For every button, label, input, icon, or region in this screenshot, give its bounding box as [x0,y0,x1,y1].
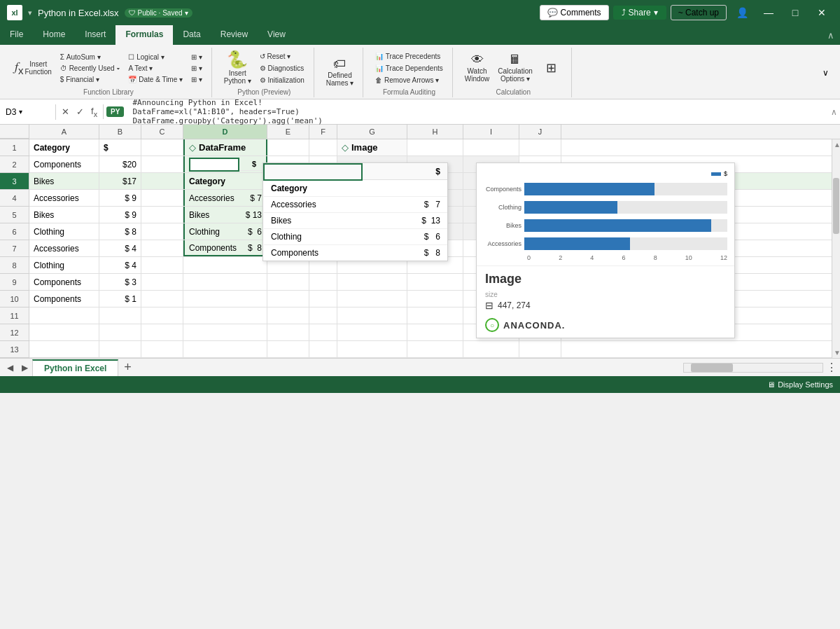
cell-h10[interactable] [407,291,463,307]
more-functions-btn1[interactable]: ⊞ ▾ [188,52,206,62]
cell-a7[interactable]: Accessories [29,240,99,256]
tab-review[interactable]: Review [211,25,258,45]
cell-b10[interactable]: $ 1 [99,291,141,307]
col-header-i[interactable]: I [463,125,519,139]
scroll-up-button[interactable]: ▲ [832,139,840,150]
tab-file[interactable]: File [0,25,33,45]
h-scroll-thumb[interactable] [691,364,733,372]
sheet-tab-python[interactable]: Python in Excel [32,359,118,376]
cell-b9[interactable]: $ 3 [99,274,141,290]
tab-view[interactable]: View [258,25,295,45]
calculation-options-button[interactable]: 🖩 CalculationOptions ▾ [494,51,536,85]
cell-c7[interactable] [141,240,183,256]
insert-python-button[interactable]: 🐍 InsertPython ▾ [220,49,255,87]
cell-g10[interactable] [337,291,407,307]
cell-c2[interactable] [141,156,183,172]
tab-data[interactable]: Data [173,25,210,45]
tab-home[interactable]: Home [33,25,75,45]
cell-d6[interactable]: Clothing $ 6 [183,223,267,240]
col-header-c[interactable]: C [141,125,183,139]
cell-b2[interactable]: $20 [99,156,141,172]
cell-b5[interactable]: $ 9 [99,207,141,223]
row-num-8[interactable]: 8 [0,257,29,274]
next-sheet-button[interactable]: ▶ [18,361,32,374]
row-num-12[interactable]: 12 [0,324,29,341]
cell-g1[interactable]: ◇ Image [337,139,407,155]
logical-button[interactable]: ☐ Logical ▾ [125,52,186,62]
cell-d7[interactable]: Components $ 8 [183,240,267,256]
df-active-cell[interactable] [190,158,239,171]
row-num-4[interactable]: 4 [0,190,29,207]
display-settings[interactable]: 🖥 Display Settings [767,380,833,389]
financial-button[interactable]: $ Financial ▾ [57,74,124,85]
cell-a3[interactable]: Bikes [29,173,99,189]
formula-insert-function-button[interactable]: fx [88,104,100,120]
cell-c9[interactable] [141,274,183,290]
cell-b7[interactable]: $ 4 [99,240,141,256]
cell-d3[interactable]: Category [183,173,267,189]
cell-a6[interactable]: Clothing [29,223,99,240]
sheet-options-button[interactable]: ⋮ [826,361,837,374]
user-icon[interactable]: 👤 [731,1,753,24]
catchup-button[interactable]: ~ Catch up [671,5,727,20]
df-row-bikes[interactable]: Bikes [264,212,362,228]
col-header-b[interactable]: B [99,125,141,139]
df-row-accessories[interactable]: Accessories [264,196,362,212]
cell-c3[interactable] [141,173,183,189]
cell-d4[interactable]: Accessories $ 7 [183,190,267,206]
cell-a10[interactable]: Components [29,291,99,307]
cell-a4[interactable]: Accessories [29,190,99,206]
cell-a9[interactable]: Components [29,274,99,290]
add-sheet-button[interactable]: + [120,360,136,375]
cell-e9[interactable] [267,274,309,290]
row-num-1[interactable]: 1 [0,139,29,156]
maximize-button[interactable]: □ [784,1,806,24]
datetime-button[interactable]: 📅 Date & Time ▾ [125,74,186,85]
trace-precedents-button[interactable]: 📊 Trace Precedents [372,51,444,62]
calc-grid-button[interactable]: ⊞ [538,60,566,76]
minimize-button[interactable]: — [757,1,780,24]
autosum-button[interactable]: Σ AutoSum ▾ [57,52,124,62]
cell-a1[interactable]: Category [29,139,99,155]
row-num-13[interactable]: 13 [0,341,29,358]
more-functions-btn2[interactable]: ⊞ ▾ [188,63,206,74]
formula-cancel-button[interactable]: ✕ [59,105,72,118]
tab-formulas[interactable]: Formulas [115,25,173,45]
prev-sheet-button[interactable]: ◀ [3,361,18,374]
app-menu-btn[interactable]: ▾ [28,8,32,18]
share-button[interactable]: ⤴ Share ▾ [613,6,666,20]
diagnostics-button[interactable]: ⚙ Diagnostics [256,63,308,74]
row-num-9[interactable]: 9 [0,274,29,291]
row-num-11[interactable]: 11 [0,307,29,324]
trace-dependents-button[interactable]: 📊 Trace Dependents [372,63,447,74]
cell-h1[interactable] [407,139,463,155]
cell-j1[interactable] [519,139,561,155]
row-num-2[interactable]: 2 [0,156,29,173]
cell-c5[interactable] [141,207,183,223]
cell-b6[interactable]: $ 8 [99,223,141,240]
cell-b8[interactable]: $ 4 [99,257,141,273]
col-header-e[interactable]: E [267,125,309,139]
cell-a8[interactable]: Clothing [29,257,99,273]
cell-c6[interactable] [141,223,183,240]
df-row-clothing[interactable]: Clothing [264,228,362,244]
col-header-g[interactable]: G [337,125,407,139]
cell-f10[interactable] [309,291,337,307]
cell-d1[interactable]: ◇ DataFrame [183,139,267,155]
row-num-7[interactable]: 7 [0,240,29,257]
df-row-components[interactable]: Components [264,244,362,261]
cell-e1[interactable] [267,139,309,155]
cell-b3[interactable]: $17 [99,173,141,189]
row-num-6[interactable]: 6 [0,223,29,240]
df-category-header-cell[interactable] [264,164,362,180]
col-header-d[interactable]: D [183,125,267,139]
ribbon-expand-icon[interactable]: ∨ [822,48,834,97]
cell-reference[interactable]: D3 ▾ [0,104,56,120]
cell-a5[interactable]: Bikes [29,207,99,223]
cell-f9[interactable] [309,274,337,290]
scroll-down-button[interactable]: ▼ [832,347,840,358]
cell-c4[interactable] [141,190,183,206]
cell-b4[interactable]: $ 9 [99,190,141,206]
cell-f1[interactable] [309,139,337,155]
cell-c10[interactable] [141,291,183,307]
